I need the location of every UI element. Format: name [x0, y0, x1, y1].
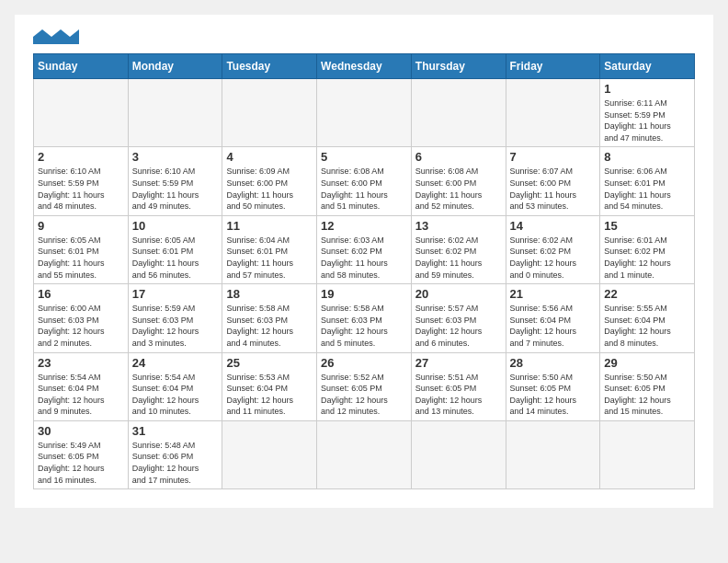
- calendar-cell: [222, 420, 317, 488]
- day-info: Sunrise: 6:04 AM Sunset: 6:01 PM Dayligh…: [226, 235, 313, 281]
- day-number: 25: [226, 356, 313, 370]
- calendar-cell: 20Sunrise: 5:57 AM Sunset: 6:03 PM Dayli…: [411, 284, 506, 352]
- day-info: Sunrise: 5:50 AM Sunset: 6:05 PM Dayligh…: [510, 372, 597, 418]
- calendar-cell: [128, 79, 222, 147]
- day-info: Sunrise: 5:53 AM Sunset: 6:04 PM Dayligh…: [226, 372, 313, 418]
- day-number: 24: [132, 356, 219, 370]
- logo: [33, 29, 79, 44]
- day-number: 15: [604, 219, 690, 233]
- day-number: 10: [132, 219, 219, 233]
- day-info: Sunrise: 6:07 AM Sunset: 6:00 PM Dayligh…: [510, 166, 597, 212]
- day-info: Sunrise: 6:08 AM Sunset: 6:00 PM Dayligh…: [321, 166, 407, 212]
- day-number: 27: [415, 356, 502, 370]
- day-info: Sunrise: 6:03 AM Sunset: 6:02 PM Dayligh…: [321, 235, 407, 281]
- weekday-header-friday: Friday: [506, 54, 600, 79]
- calendar-cell: 27Sunrise: 5:51 AM Sunset: 6:05 PM Dayli…: [411, 352, 506, 420]
- week-row-6: 30Sunrise: 5:49 AM Sunset: 6:05 PM Dayli…: [34, 420, 695, 488]
- day-info: Sunrise: 6:09 AM Sunset: 6:00 PM Dayligh…: [226, 166, 313, 212]
- day-number: 18: [226, 287, 313, 301]
- day-info: Sunrise: 5:57 AM Sunset: 6:03 PM Dayligh…: [415, 303, 502, 349]
- calendar-cell: 23Sunrise: 5:54 AM Sunset: 6:04 PM Dayli…: [34, 352, 129, 420]
- day-number: 26: [321, 356, 407, 370]
- calendar-cell: 12Sunrise: 6:03 AM Sunset: 6:02 PM Dayli…: [317, 215, 412, 283]
- calendar-cell: 30Sunrise: 5:49 AM Sunset: 6:05 PM Dayli…: [34, 420, 129, 488]
- calendar-cell: [411, 420, 506, 488]
- calendar-cell: 19Sunrise: 5:58 AM Sunset: 6:03 PM Dayli…: [317, 284, 412, 352]
- calendar-cell: [411, 79, 506, 147]
- day-number: 22: [604, 287, 690, 301]
- calendar-cell: [506, 79, 600, 147]
- logo-icon: [33, 29, 79, 44]
- day-number: 29: [604, 356, 690, 370]
- day-info: Sunrise: 6:05 AM Sunset: 6:01 PM Dayligh…: [132, 235, 219, 281]
- calendar-cell: 18Sunrise: 5:58 AM Sunset: 6:03 PM Dayli…: [222, 284, 317, 352]
- day-number: 16: [38, 287, 124, 301]
- calendar-cell: 21Sunrise: 5:56 AM Sunset: 6:04 PM Dayli…: [506, 284, 600, 352]
- day-info: Sunrise: 6:01 AM Sunset: 6:02 PM Dayligh…: [604, 235, 690, 281]
- calendar-cell: 10Sunrise: 6:05 AM Sunset: 6:01 PM Dayli…: [128, 215, 222, 283]
- calendar-cell: 24Sunrise: 5:54 AM Sunset: 6:04 PM Dayli…: [128, 352, 222, 420]
- day-info: Sunrise: 6:02 AM Sunset: 6:02 PM Dayligh…: [415, 235, 502, 281]
- calendar-cell: 28Sunrise: 5:50 AM Sunset: 6:05 PM Dayli…: [506, 352, 600, 420]
- calendar-cell: 26Sunrise: 5:52 AM Sunset: 6:05 PM Dayli…: [317, 352, 412, 420]
- day-number: 3: [132, 150, 219, 164]
- calendar-cell: 16Sunrise: 6:00 AM Sunset: 6:03 PM Dayli…: [34, 284, 129, 352]
- calendar-cell: 1Sunrise: 6:11 AM Sunset: 5:59 PM Daylig…: [600, 79, 695, 147]
- weekday-header-tuesday: Tuesday: [222, 54, 317, 79]
- day-number: 4: [226, 150, 313, 164]
- weekday-header-wednesday: Wednesday: [317, 54, 412, 79]
- calendar-cell: 15Sunrise: 6:01 AM Sunset: 6:02 PM Dayli…: [600, 215, 695, 283]
- day-info: Sunrise: 6:08 AM Sunset: 6:00 PM Dayligh…: [415, 166, 502, 212]
- day-number: 11: [226, 219, 313, 233]
- header: [33, 29, 695, 44]
- calendar-cell: 29Sunrise: 5:50 AM Sunset: 6:05 PM Dayli…: [600, 352, 695, 420]
- day-info: Sunrise: 5:48 AM Sunset: 6:06 PM Dayligh…: [132, 440, 219, 486]
- calendar-cell: 9Sunrise: 6:05 AM Sunset: 6:01 PM Daylig…: [34, 215, 129, 283]
- day-number: 8: [604, 150, 690, 164]
- calendar-cell: 6Sunrise: 6:08 AM Sunset: 6:00 PM Daylig…: [411, 147, 506, 215]
- day-info: Sunrise: 6:00 AM Sunset: 6:03 PM Dayligh…: [38, 303, 124, 349]
- calendar-cell: 17Sunrise: 5:59 AM Sunset: 6:03 PM Dayli…: [128, 284, 222, 352]
- calendar-cell: [317, 79, 412, 147]
- day-info: Sunrise: 5:58 AM Sunset: 6:03 PM Dayligh…: [321, 303, 407, 349]
- day-info: Sunrise: 5:51 AM Sunset: 6:05 PM Dayligh…: [415, 372, 502, 418]
- day-info: Sunrise: 5:52 AM Sunset: 6:05 PM Dayligh…: [321, 372, 407, 418]
- calendar-cell: [34, 79, 129, 147]
- calendar-cell: 5Sunrise: 6:08 AM Sunset: 6:00 PM Daylig…: [317, 147, 412, 215]
- calendar-cell: 14Sunrise: 6:02 AM Sunset: 6:02 PM Dayli…: [506, 215, 600, 283]
- day-number: 28: [510, 356, 597, 370]
- weekday-header-thursday: Thursday: [411, 54, 506, 79]
- day-number: 23: [38, 356, 124, 370]
- week-row-1: 1Sunrise: 6:11 AM Sunset: 5:59 PM Daylig…: [34, 79, 695, 147]
- calendar-cell: [600, 420, 695, 488]
- day-info: Sunrise: 5:56 AM Sunset: 6:04 PM Dayligh…: [510, 303, 597, 349]
- calendar-cell: 8Sunrise: 6:06 AM Sunset: 6:01 PM Daylig…: [600, 147, 695, 215]
- day-number: 30: [38, 424, 124, 438]
- calendar-cell: 4Sunrise: 6:09 AM Sunset: 6:00 PM Daylig…: [222, 147, 317, 215]
- week-row-5: 23Sunrise: 5:54 AM Sunset: 6:04 PM Dayli…: [34, 352, 695, 420]
- day-number: 7: [510, 150, 597, 164]
- calendar-cell: [317, 420, 412, 488]
- weekday-header-sunday: Sunday: [34, 54, 129, 79]
- day-number: 6: [415, 150, 502, 164]
- day-info: Sunrise: 6:05 AM Sunset: 6:01 PM Dayligh…: [38, 235, 124, 281]
- day-number: 14: [510, 219, 597, 233]
- day-info: Sunrise: 6:02 AM Sunset: 6:02 PM Dayligh…: [510, 235, 597, 281]
- calendar-cell: 25Sunrise: 5:53 AM Sunset: 6:04 PM Dayli…: [222, 352, 317, 420]
- day-number: 5: [321, 150, 407, 164]
- weekday-header-monday: Monday: [128, 54, 222, 79]
- calendar-cell: [222, 79, 317, 147]
- calendar-cell: 13Sunrise: 6:02 AM Sunset: 6:02 PM Dayli…: [411, 215, 506, 283]
- week-row-2: 2Sunrise: 6:10 AM Sunset: 5:59 PM Daylig…: [34, 147, 695, 215]
- day-number: 12: [321, 219, 407, 233]
- day-info: Sunrise: 6:11 AM Sunset: 5:59 PM Dayligh…: [604, 98, 690, 144]
- day-number: 9: [38, 219, 124, 233]
- day-number: 17: [132, 287, 219, 301]
- day-number: 20: [415, 287, 502, 301]
- day-info: Sunrise: 6:06 AM Sunset: 6:01 PM Dayligh…: [604, 166, 690, 212]
- calendar-cell: 3Sunrise: 6:10 AM Sunset: 5:59 PM Daylig…: [128, 147, 222, 215]
- day-info: Sunrise: 6:10 AM Sunset: 5:59 PM Dayligh…: [132, 166, 219, 212]
- day-info: Sunrise: 5:54 AM Sunset: 6:04 PM Dayligh…: [38, 372, 124, 418]
- calendar-table: SundayMondayTuesdayWednesdayThursdayFrid…: [33, 53, 695, 489]
- day-info: Sunrise: 6:10 AM Sunset: 5:59 PM Dayligh…: [38, 166, 124, 212]
